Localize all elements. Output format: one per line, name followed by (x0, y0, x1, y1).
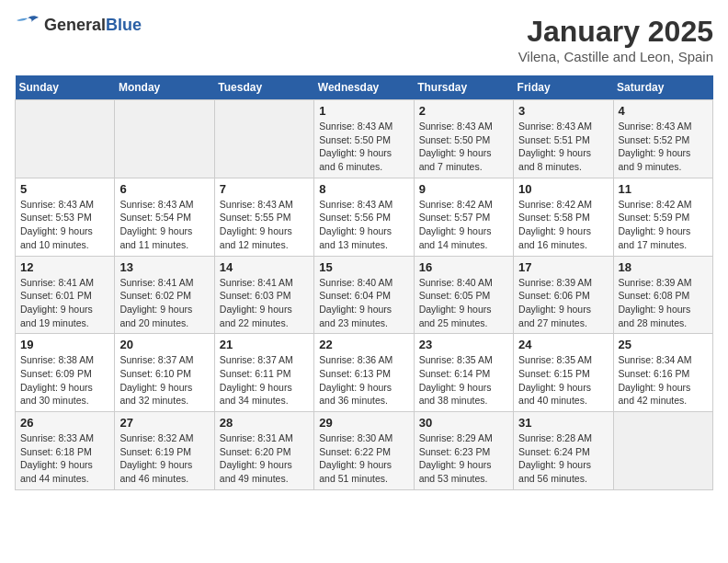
day-number: 8 (319, 182, 408, 196)
day-info: Sunrise: 8:41 AM Sunset: 6:02 PM Dayligh… (119, 276, 209, 330)
day-number: 25 (619, 338, 708, 351)
day-number: 18 (619, 260, 708, 274)
calendar-cell: 28Sunrise: 8:31 AM Sunset: 6:20 PM Dayli… (214, 412, 313, 490)
calendar-week-row: 12Sunrise: 8:41 AM Sunset: 6:01 PM Dayli… (16, 256, 713, 334)
day-info: Sunrise: 8:31 AM Sunset: 6:20 PM Dayligh… (220, 431, 309, 486)
day-number: 22 (319, 338, 408, 351)
day-number: 5 (20, 182, 109, 196)
day-info: Sunrise: 8:28 AM Sunset: 6:24 PM Dayligh… (518, 431, 608, 486)
calendar-cell: 13Sunrise: 8:41 AM Sunset: 6:02 PM Dayli… (115, 256, 214, 334)
day-info: Sunrise: 8:40 AM Sunset: 6:04 PM Dayligh… (319, 276, 408, 330)
calendar-cell: 20Sunrise: 8:37 AM Sunset: 6:10 PM Dayli… (115, 334, 214, 412)
calendar-cell (115, 100, 214, 178)
calendar-cell: 12Sunrise: 8:41 AM Sunset: 6:01 PM Dayli… (16, 256, 115, 334)
day-info: Sunrise: 8:34 AM Sunset: 6:16 PM Dayligh… (619, 353, 708, 408)
calendar-cell: 17Sunrise: 8:39 AM Sunset: 6:06 PM Dayli… (514, 256, 613, 334)
logo-text: GeneralBlue (44, 16, 142, 35)
calendar-cell (214, 100, 313, 178)
weekday-header: Wednesday (314, 75, 414, 100)
subtitle: Vilena, Castille and Leon, Spain (518, 49, 713, 64)
day-number: 12 (20, 260, 109, 274)
day-number: 20 (119, 338, 209, 351)
day-info: Sunrise: 8:32 AM Sunset: 6:19 PM Dayligh… (119, 431, 209, 486)
calendar-cell: 31Sunrise: 8:28 AM Sunset: 6:24 PM Dayli… (514, 412, 613, 490)
day-info: Sunrise: 8:43 AM Sunset: 5:56 PM Dayligh… (319, 198, 408, 252)
day-info: Sunrise: 8:38 AM Sunset: 6:09 PM Dayligh… (20, 353, 109, 408)
day-info: Sunrise: 8:33 AM Sunset: 6:18 PM Dayligh… (20, 431, 109, 486)
day-info: Sunrise: 8:43 AM Sunset: 5:52 PM Dayligh… (619, 120, 708, 174)
calendar-week-row: 19Sunrise: 8:38 AM Sunset: 6:09 PM Dayli… (16, 334, 713, 412)
day-info: Sunrise: 8:39 AM Sunset: 6:06 PM Dayligh… (518, 276, 608, 330)
calendar-week-row: 1Sunrise: 8:43 AM Sunset: 5:50 PM Daylig… (16, 100, 713, 178)
day-number: 11 (619, 182, 708, 196)
day-info: Sunrise: 8:43 AM Sunset: 5:55 PM Dayligh… (220, 198, 309, 252)
day-number: 6 (119, 182, 209, 196)
logo-general: General (44, 16, 106, 34)
day-info: Sunrise: 8:42 AM Sunset: 5:58 PM Dayligh… (518, 198, 608, 252)
calendar-cell: 23Sunrise: 8:35 AM Sunset: 6:14 PM Dayli… (414, 334, 513, 412)
day-number: 14 (220, 260, 309, 274)
day-number: 31 (518, 416, 608, 430)
day-info: Sunrise: 8:29 AM Sunset: 6:23 PM Dayligh… (419, 431, 508, 486)
calendar-cell: 11Sunrise: 8:42 AM Sunset: 5:59 PM Dayli… (613, 178, 712, 256)
day-number: 26 (20, 416, 109, 430)
day-number: 7 (220, 182, 309, 196)
day-number: 30 (419, 416, 508, 430)
calendar-cell: 14Sunrise: 8:41 AM Sunset: 6:03 PM Dayli… (214, 256, 313, 334)
day-info: Sunrise: 8:43 AM Sunset: 5:53 PM Dayligh… (20, 198, 109, 252)
day-info: Sunrise: 8:37 AM Sunset: 6:11 PM Dayligh… (220, 353, 309, 408)
day-number: 10 (518, 182, 608, 196)
calendar-cell: 1Sunrise: 8:43 AM Sunset: 5:50 PM Daylig… (314, 100, 414, 178)
day-number: 4 (619, 104, 708, 118)
calendar-cell: 5Sunrise: 8:43 AM Sunset: 5:53 PM Daylig… (16, 178, 115, 256)
day-info: Sunrise: 8:42 AM Sunset: 5:57 PM Dayligh… (419, 198, 508, 252)
calendar-table: SundayMondayTuesdayWednesdayThursdayFrid… (15, 75, 713, 490)
calendar-cell: 2Sunrise: 8:43 AM Sunset: 5:50 PM Daylig… (414, 100, 513, 178)
calendar-cell: 27Sunrise: 8:32 AM Sunset: 6:19 PM Dayli… (115, 412, 214, 490)
day-number: 16 (419, 260, 508, 274)
logo-blue: Blue (106, 16, 142, 34)
weekday-header: Saturday (613, 75, 712, 100)
calendar-cell: 22Sunrise: 8:36 AM Sunset: 6:13 PM Dayli… (314, 334, 414, 412)
calendar-cell (613, 412, 712, 490)
day-info: Sunrise: 8:35 AM Sunset: 6:14 PM Dayligh… (419, 353, 508, 408)
day-number: 29 (319, 416, 408, 430)
day-info: Sunrise: 8:42 AM Sunset: 5:59 PM Dayligh… (619, 198, 708, 252)
day-number: 17 (518, 260, 608, 274)
day-info: Sunrise: 8:41 AM Sunset: 6:01 PM Dayligh… (20, 276, 109, 330)
day-number: 13 (119, 260, 209, 274)
day-number: 9 (419, 182, 508, 196)
weekday-header: Friday (514, 75, 613, 100)
logo: GeneralBlue (15, 15, 142, 35)
day-number: 3 (518, 104, 608, 118)
calendar-week-row: 5Sunrise: 8:43 AM Sunset: 5:53 PM Daylig… (16, 178, 713, 256)
calendar-cell: 29Sunrise: 8:30 AM Sunset: 6:22 PM Dayli… (314, 412, 414, 490)
day-number: 21 (220, 338, 309, 351)
weekday-header: Sunday (16, 75, 115, 100)
calendar-cell: 25Sunrise: 8:34 AM Sunset: 6:16 PM Dayli… (613, 334, 712, 412)
weekday-header: Thursday (414, 75, 513, 100)
calendar-cell: 15Sunrise: 8:40 AM Sunset: 6:04 PM Dayli… (314, 256, 414, 334)
day-info: Sunrise: 8:40 AM Sunset: 6:05 PM Dayligh… (419, 276, 508, 330)
day-info: Sunrise: 8:36 AM Sunset: 6:13 PM Dayligh… (319, 353, 408, 408)
calendar-cell: 18Sunrise: 8:39 AM Sunset: 6:08 PM Dayli… (613, 256, 712, 334)
day-number: 23 (419, 338, 508, 351)
day-number: 2 (419, 104, 508, 118)
title-area: January 2025 Vilena, Castille and Leon, … (518, 15, 713, 64)
weekday-header: Tuesday (214, 75, 313, 100)
calendar-cell: 16Sunrise: 8:40 AM Sunset: 6:05 PM Dayli… (414, 256, 513, 334)
day-info: Sunrise: 8:43 AM Sunset: 5:51 PM Dayligh… (518, 120, 608, 174)
day-info: Sunrise: 8:35 AM Sunset: 6:15 PM Dayligh… (518, 353, 608, 408)
weekday-header-row: SundayMondayTuesdayWednesdayThursdayFrid… (16, 75, 713, 100)
day-info: Sunrise: 8:43 AM Sunset: 5:54 PM Dayligh… (119, 198, 209, 252)
calendar-cell: 8Sunrise: 8:43 AM Sunset: 5:56 PM Daylig… (314, 178, 414, 256)
calendar-cell: 3Sunrise: 8:43 AM Sunset: 5:51 PM Daylig… (514, 100, 613, 178)
day-info: Sunrise: 8:43 AM Sunset: 5:50 PM Dayligh… (419, 120, 508, 174)
calendar-cell: 9Sunrise: 8:42 AM Sunset: 5:57 PM Daylig… (414, 178, 513, 256)
logo-icon (15, 15, 40, 35)
day-number: 1 (319, 104, 408, 118)
calendar-cell: 19Sunrise: 8:38 AM Sunset: 6:09 PM Dayli… (16, 334, 115, 412)
day-info: Sunrise: 8:43 AM Sunset: 5:50 PM Dayligh… (319, 120, 408, 174)
calendar-week-row: 26Sunrise: 8:33 AM Sunset: 6:18 PM Dayli… (16, 412, 713, 490)
calendar-cell: 24Sunrise: 8:35 AM Sunset: 6:15 PM Dayli… (514, 334, 613, 412)
